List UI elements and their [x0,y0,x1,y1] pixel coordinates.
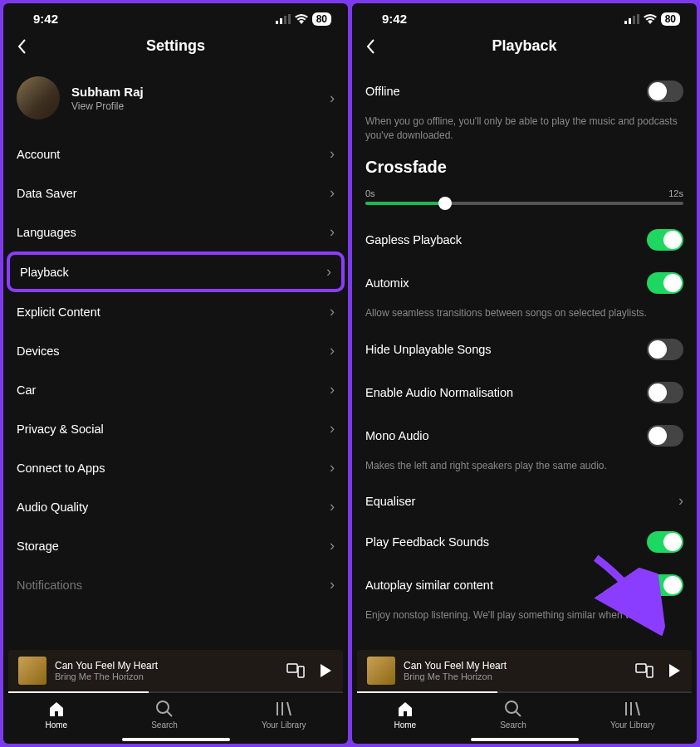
album-art [18,657,47,685]
chevron-right-icon: › [330,576,335,593]
svg-point-17 [506,701,517,713]
track-artist: Bring Me The Horizon [404,671,627,681]
chevron-right-icon: › [330,498,335,515]
play-icon[interactable] [318,663,333,678]
hide-unplayable-toggle[interactable] [647,339,683,360]
settings-item-devices[interactable]: Devices› [17,331,335,370]
svg-rect-1 [280,18,282,24]
svg-rect-0 [276,21,278,24]
library-icon [624,700,642,718]
mono-toggle[interactable] [647,425,683,447]
play-icon[interactable] [667,663,682,678]
profile-name: Subham Raj [71,85,318,99]
devices-icon[interactable] [635,663,653,678]
settings-item-languages[interactable]: Languages› [17,212,335,251]
automix-row: Automix [365,261,683,305]
svg-rect-13 [633,16,635,24]
profile-subtitle: View Profile [71,100,318,112]
feedback-row: Play Feedback Sounds [365,520,683,564]
autoplay-toggle[interactable] [647,574,683,596]
progress-bar [8,691,343,693]
nav-search[interactable]: Search [151,700,178,730]
settings-item-connect[interactable]: Connect to Apps› [17,448,335,487]
header: Playback [352,29,697,70]
now-playing-bar[interactable]: Can You Feel My Heart Bring Me The Horiz… [357,650,692,691]
battery-icon: 80 [312,12,331,26]
profile-row[interactable]: Subham Raj View Profile › [17,70,335,134]
phone-left: 9:42 80 Settings Subham Raj View Profile… [3,3,348,744]
nav-home[interactable]: Home [394,700,417,730]
album-art [367,657,395,685]
settings-item-data-saver[interactable]: Data Saver› [17,173,335,212]
svg-rect-12 [629,18,631,24]
search-icon [155,700,174,718]
automix-toggle[interactable] [647,272,683,294]
crossfade-title: Crossfade [365,151,683,188]
chevron-right-icon: › [330,459,335,476]
chevron-right-icon: › [678,492,683,510]
svg-rect-4 [287,664,297,672]
home-icon [396,700,414,718]
svg-point-6 [157,701,169,713]
track-artist: Bring Me The Horizon [55,671,278,681]
feedback-toggle[interactable] [647,531,683,553]
page-title: Playback [365,37,683,55]
nav-search[interactable]: Search [500,700,526,730]
mono-desc: Makes the left and right speakers play t… [365,457,683,481]
settings-item-privacy[interactable]: Privacy & Social› [17,409,335,448]
normalisation-row: Enable Audio Normalisation [365,371,683,414]
home-indicator [471,738,579,741]
chevron-right-icon: › [330,223,335,241]
crossfade-slider[interactable] [365,202,683,205]
settings-item-account[interactable]: Account› [17,134,335,173]
gapless-toggle[interactable] [647,229,683,251]
normalisation-toggle[interactable] [647,382,683,403]
svg-rect-15 [636,664,646,672]
mono-row: Mono Audio [365,414,683,457]
status-time: 9:42 [382,12,407,26]
settings-item-car[interactable]: Car› [17,370,335,409]
offline-row: Offline [365,70,683,113]
settings-item-playback[interactable]: Playback› [7,251,345,292]
offline-desc: When you go offline, you'll only be able… [365,113,683,151]
svg-line-21 [636,702,639,715]
nav-home[interactable]: Home [46,700,68,730]
offline-toggle[interactable] [647,81,683,102]
bottom-nav: Home Search Your Library [3,693,348,733]
svg-rect-2 [284,16,286,24]
library-icon [275,700,293,718]
now-playing-bar[interactable]: Can You Feel My Heart Bring Me The Horiz… [8,650,343,691]
devices-icon[interactable] [286,663,305,678]
chevron-right-icon: › [330,145,335,163]
settings-item-audio-quality[interactable]: Audio Quality› [17,487,335,526]
status-time: 9:42 [33,12,58,26]
progress-bar [357,691,692,693]
equaliser-row[interactable]: Equaliser › [365,481,683,520]
status-icons: 80 [276,12,331,26]
settings-item-notifications[interactable]: Notifications› [17,565,335,604]
nav-library[interactable]: Your Library [262,700,306,730]
home-icon [47,700,66,718]
chevron-right-icon: › [330,381,335,398]
svg-rect-16 [647,666,653,677]
svg-line-10 [287,702,291,715]
cellular-icon [624,14,639,24]
nav-library[interactable]: Your Library [610,700,655,730]
chevron-right-icon: › [330,537,335,554]
chevron-right-icon: › [326,263,331,281]
autoplay-desc: Enjoy nonstop listening. We'll play some… [365,607,683,631]
settings-item-explicit[interactable]: Explicit Content› [17,292,335,331]
home-indicator [122,738,230,741]
settings-item-storage[interactable]: Storage› [17,526,335,565]
hide-unplayable-row: Hide Unplayable Songs [365,328,683,371]
status-icons: 80 [624,12,680,26]
cellular-icon [276,14,291,24]
chevron-right-icon: › [330,184,335,202]
svg-rect-11 [624,21,627,24]
battery-icon: 80 [661,12,680,26]
settings-list: Subham Raj View Profile › Account› Data … [3,70,348,650]
bottom-nav: Home Search Your Library [352,693,697,733]
chevron-right-icon: › [330,90,335,107]
gapless-row: Gapless Playback [365,218,683,261]
playback-settings: Offline When you go offline, you'll only… [352,70,697,650]
